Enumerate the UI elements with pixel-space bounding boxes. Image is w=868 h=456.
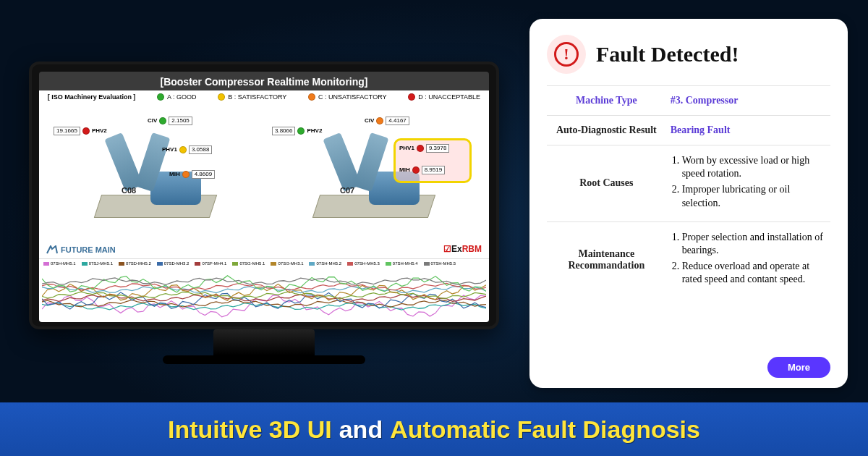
- screen-title: [Booster Compressor Realtime Monitoring]: [39, 72, 489, 90]
- trend-chart[interactable]: 07SH-MH5.107SJ-MH5.107SD-MH5.207SD-MH3.2…: [39, 258, 489, 322]
- chart-canvas[interactable]: [42, 266, 486, 322]
- banner-part-2: and: [339, 415, 383, 444]
- monitor-base: [163, 355, 365, 364]
- brand-exrbm: ☑ExRBM: [443, 244, 482, 254]
- legend-good: A : GOOD: [157, 93, 197, 101]
- sensor-tag-phv2-c07[interactable]: 3.8066 PHV2: [272, 127, 322, 135]
- table-row: Machine Type #3. Compressor: [547, 86, 830, 116]
- banner-part-3: Automatic Fault Diagnosis: [390, 415, 700, 444]
- row-label: Auto-Diagnostic Result: [547, 116, 666, 145]
- sensor-tag-phv2-c08[interactable]: 19.1665 PHV2: [54, 127, 107, 135]
- chart-legend: 07SH-MH5.107SJ-MH5.107SD-MH5.207SD-MH3.2…: [42, 261, 486, 266]
- unit-id: C07: [340, 186, 354, 195]
- sensor-tag-mih-c08[interactable]: MIH 4.8609: [169, 170, 215, 179]
- bottom-banner: Intuitive 3D UI and Automatic Fault Diag…: [0, 402, 868, 456]
- sensor-tag-mih-c07[interactable]: MIH 8.9519: [399, 166, 445, 174]
- row-value: Bearing Fault: [666, 116, 830, 145]
- row-value: #3. Compressor: [666, 86, 830, 116]
- row-value: Worn by excessive load or high speed rot…: [666, 145, 830, 222]
- 3d-view[interactable]: C08 19.1665 PHV2 CIV 2.1505 PHV1 3.0588: [39, 104, 489, 258]
- legend-satisfactory: B : SATISFACTORY: [218, 93, 286, 101]
- evaluation-header: [ ISO Machinery Evaluation ]: [48, 93, 136, 101]
- card-header: ! Fault Detected!: [547, 35, 830, 85]
- row-value: Proper selection and installation of bea…: [666, 221, 830, 297]
- sensor-tag-civ-c08[interactable]: CIV 2.1505: [148, 117, 192, 125]
- row-label: Maintenance Recommandation: [547, 221, 666, 297]
- monitor-stand: [213, 329, 315, 355]
- sensor-tag-phv1-c08[interactable]: PHV1 3.0588: [162, 145, 212, 154]
- table-row: Maintenance Recommandation Proper select…: [547, 221, 830, 297]
- unit-id: C08: [122, 186, 136, 195]
- monitor: [Booster Compressor Realtime Monitoring]…: [29, 62, 499, 366]
- row-label: Machine Type: [547, 86, 666, 116]
- evaluation-legend: [ ISO Machinery Evaluation ] A : GOOD B …: [39, 90, 489, 104]
- fault-card: ! Fault Detected! Machine Type #3. Compr…: [529, 19, 848, 388]
- legend-unsatisfactory: C : UNSATISFACTORY: [308, 93, 387, 101]
- diagnosis-table: Machine Type #3. Compressor Auto-Diagnos…: [547, 85, 830, 298]
- table-row: Root Causes Worn by excessive load or hi…: [547, 145, 830, 222]
- card-title: Fault Detected!: [596, 42, 739, 67]
- row-label: Root Causes: [547, 145, 666, 222]
- table-row: Auto-Diagnostic Result Bearing Fault: [547, 116, 830, 145]
- alert-icon: !: [547, 35, 586, 74]
- legend-unacceptable: D : UNACCEPTABLE: [408, 93, 480, 101]
- more-button[interactable]: More: [767, 357, 830, 378]
- banner-part-1: Intuitive 3D UI: [168, 415, 332, 444]
- sensor-tag-civ-c07[interactable]: CIV 4.4167: [365, 117, 409, 125]
- sensor-tag-phv1-c07[interactable]: PHV1 9.3978: [399, 144, 449, 153]
- brand-futuremain: FUTURE MAIN: [46, 245, 116, 254]
- monitor-screen: [Booster Compressor Realtime Monitoring]…: [39, 72, 489, 322]
- monitor-bezel: [Booster Compressor Realtime Monitoring]…: [29, 62, 499, 329]
